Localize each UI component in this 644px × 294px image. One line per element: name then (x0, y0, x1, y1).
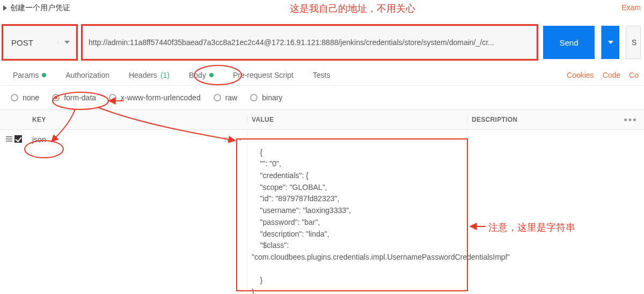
save-button-cut[interactable]: S (626, 26, 641, 59)
kv-key-type-select[interactable]: Text (223, 136, 243, 144)
body-type-binary[interactable]: binary (250, 93, 282, 102)
kv-key-text: json (32, 135, 46, 144)
send-button[interactable]: Send (543, 26, 595, 59)
body-type-raw[interactable]: raw (214, 93, 238, 102)
kv-value-cell[interactable]: { "": "0", "credentials": { "scope": "GL… (247, 130, 467, 294)
dot-icon (42, 73, 46, 77)
request-url-input[interactable]: http://admin:11a8ff57440f35baead7a3cc8a2… (83, 26, 537, 59)
expand-caret-icon[interactable] (3, 5, 7, 11)
tab-headers[interactable]: Headers (1) (119, 64, 179, 85)
kv-table-header: KEY VALUE DESCRIPTION ••• (0, 109, 644, 130)
body-type-none[interactable]: none (11, 93, 39, 102)
annotation-top-note: 这是我自己的地址，不用关心 (290, 2, 415, 15)
send-dropdown[interactable] (601, 26, 619, 59)
drag-handle-icon[interactable] (6, 136, 12, 142)
http-method-select[interactable]: POST (3, 26, 76, 59)
kv-key-cell[interactable]: json Text (28, 130, 247, 149)
http-method-label: POST (4, 38, 57, 47)
http-method-dropdown-icon[interactable] (57, 41, 76, 44)
request-url-text: http://admin:11a8ff57440f35baead7a3cc8a2… (89, 38, 494, 47)
annotation-bottom-note: 注意，这里是字符串 (488, 221, 575, 234)
dot-icon (209, 73, 214, 77)
col-key: KEY (28, 116, 247, 123)
comments-link-cut[interactable]: Co (629, 71, 639, 79)
tab-body[interactable]: Body (179, 64, 223, 85)
col-value: VALUE (247, 116, 467, 123)
tab-tests[interactable]: Tests (303, 64, 340, 85)
col-description: DESCRIPTION (467, 116, 617, 123)
tab-params[interactable]: Params (3, 64, 56, 85)
tab-pre-request-script[interactable]: Pre-request Script (223, 64, 303, 85)
body-type-x-www-form-urlencoded[interactable]: x-www-form-urlencoded (109, 93, 201, 102)
kv-desc-cell[interactable] (467, 130, 644, 141)
kv-value-text: { "": "0", "credentials": { "scope": "GL… (252, 148, 510, 294)
code-link[interactable]: Code (603, 71, 620, 79)
request-title: 创建一个用户凭证 (10, 3, 70, 13)
tab-authorization[interactable]: Authorization (56, 64, 119, 85)
headers-count: (1) (160, 71, 170, 79)
kv-row: json Text { "": "0", "credentials": { "s… (0, 130, 644, 294)
examples-link-cut[interactable]: Exam (621, 3, 641, 12)
kv-more-icon[interactable]: ••• (617, 114, 644, 126)
chevron-down-icon (238, 138, 243, 141)
body-type-form-data[interactable]: form-data (52, 93, 96, 102)
body-type-row: none form-data x-www-form-urlencoded raw… (0, 86, 644, 109)
row-checkbox[interactable] (14, 135, 22, 143)
request-tabs: Params Authorization Headers (1) Body Pr… (0, 64, 644, 86)
cookies-link[interactable]: Cookies (567, 71, 594, 79)
